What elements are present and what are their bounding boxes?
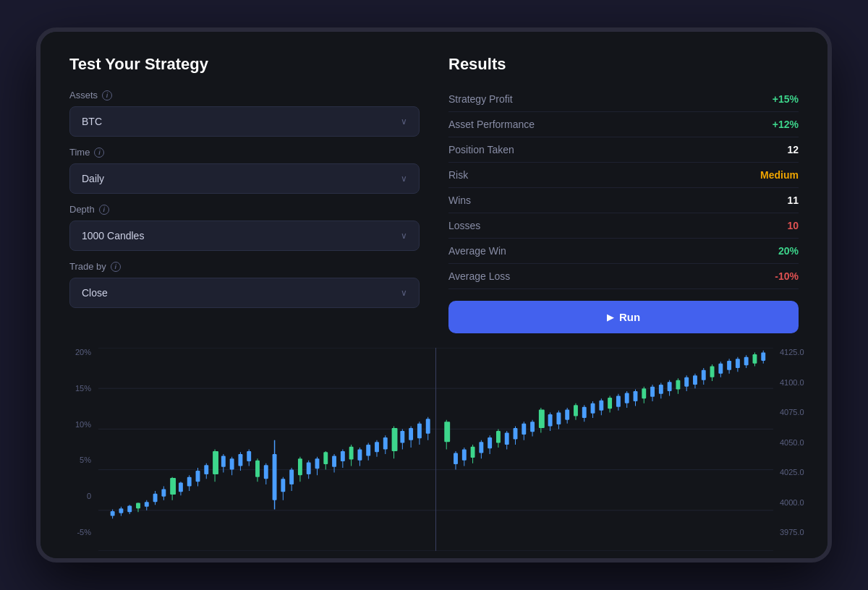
svg-rect-114 <box>574 405 578 416</box>
svg-rect-12 <box>127 505 132 512</box>
svg-rect-118 <box>591 403 595 414</box>
assets-info-icon[interactable]: i <box>102 90 112 101</box>
avg-win-label: Average Win <box>448 245 506 257</box>
svg-rect-122 <box>608 398 612 409</box>
depth-chevron-icon: ∨ <box>401 231 407 241</box>
svg-rect-18 <box>153 494 158 502</box>
device-frame: Test Your Strategy Assets i BTC ∨ Time <box>36 27 832 563</box>
result-row-losses: Losses 10 <box>448 213 799 239</box>
time-label: Time i <box>69 147 420 158</box>
avg-loss-value: -10% <box>775 270 799 282</box>
svg-rect-126 <box>625 393 629 403</box>
tradeby-select[interactable]: Close ∨ <box>69 278 420 308</box>
results-table: Strategy Profit +15% Asset Performance +… <box>448 87 799 289</box>
y-right-label-3: 4050.0 <box>777 438 813 447</box>
svg-rect-56 <box>315 458 320 469</box>
y-right-label-2: 4075.0 <box>777 408 813 416</box>
svg-rect-158 <box>761 352 765 360</box>
svg-rect-110 <box>556 412 561 424</box>
svg-rect-14 <box>136 503 140 509</box>
chart-section: 20% 15% 10% 5% 0 -5% 4125.0 4100.0 4075.… <box>41 348 827 558</box>
strategy-profit-label: Strategy Profit <box>448 93 513 105</box>
assets-select[interactable]: BTC ∨ <box>69 106 420 137</box>
y-right-label-0: 4125.0 <box>777 348 813 356</box>
svg-rect-48 <box>281 479 285 492</box>
y-left-label-2: 10% <box>69 420 95 429</box>
svg-rect-26 <box>187 477 192 487</box>
svg-rect-54 <box>307 462 311 474</box>
svg-rect-92 <box>479 442 483 453</box>
svg-rect-74 <box>392 428 398 451</box>
losses-value: 10 <box>787 220 799 231</box>
wins-value: 11 <box>787 194 799 206</box>
svg-rect-32 <box>213 451 218 474</box>
asset-performance-label: Asset Performance <box>448 119 535 130</box>
app-container: Test Your Strategy Assets i BTC ∨ Time <box>41 32 827 558</box>
svg-rect-86 <box>454 453 458 464</box>
svg-rect-154 <box>744 357 749 365</box>
svg-rect-130 <box>642 388 646 398</box>
svg-rect-148 <box>718 364 723 374</box>
result-row-strategy-profit: Strategy Profit +15% <box>448 87 799 112</box>
svg-rect-46 <box>273 454 277 500</box>
svg-rect-76 <box>400 431 404 443</box>
svg-rect-104 <box>530 422 535 432</box>
y-right-label-6: 3975.0 <box>777 528 813 536</box>
svg-rect-150 <box>727 361 731 370</box>
results-title: Results <box>448 55 799 74</box>
svg-rect-38 <box>238 454 242 466</box>
svg-rect-52 <box>298 458 302 475</box>
right-panel: Results Strategy Profit +15% Asset Perfo… <box>448 55 799 333</box>
svg-rect-120 <box>599 401 603 411</box>
time-info-icon[interactable]: i <box>94 148 104 158</box>
result-row-wins: Wins 11 <box>448 188 799 213</box>
svg-rect-24 <box>179 482 183 492</box>
tradeby-group: Trade by i Close ∨ <box>69 261 420 308</box>
svg-rect-156 <box>753 354 757 364</box>
risk-value: Medium <box>760 169 799 181</box>
svg-rect-62 <box>341 451 345 461</box>
depth-group: Depth i 1000 Candles ∨ <box>69 204 420 251</box>
svg-rect-88 <box>462 450 467 461</box>
play-icon: ▶ <box>607 312 613 322</box>
y-left-label-3: 5% <box>69 456 95 464</box>
svg-rect-90 <box>471 447 475 458</box>
svg-rect-152 <box>736 359 740 368</box>
svg-rect-96 <box>496 431 501 443</box>
svg-rect-82 <box>426 419 430 433</box>
svg-rect-58 <box>323 452 328 464</box>
tradeby-chevron-icon: ∨ <box>401 288 407 298</box>
result-row-asset-performance: Asset Performance +12% <box>448 112 799 137</box>
y-left-label-5: -5% <box>69 528 95 536</box>
position-taken-value: 12 <box>787 144 799 155</box>
svg-rect-80 <box>417 424 422 438</box>
svg-rect-108 <box>548 414 553 427</box>
avg-loss-label: Average Loss <box>448 270 510 282</box>
svg-rect-140 <box>684 377 689 387</box>
svg-rect-28 <box>196 471 200 482</box>
wins-label: Wins <box>448 194 471 206</box>
depth-select[interactable]: 1000 Candles ∨ <box>69 221 420 251</box>
svg-rect-98 <box>505 433 509 445</box>
svg-rect-102 <box>522 424 526 435</box>
y-right-label-5: 4000.0 <box>777 498 813 507</box>
svg-rect-84 <box>444 422 450 442</box>
time-select[interactable]: Daily ∨ <box>69 163 420 194</box>
depth-info-icon[interactable]: i <box>99 205 109 215</box>
tradeby-info-icon[interactable]: i <box>111 262 121 272</box>
assets-group: Assets i BTC ∨ <box>69 90 420 137</box>
assets-chevron-icon: ∨ <box>401 116 407 127</box>
run-button[interactable]: ▶ Run <box>448 301 799 333</box>
svg-rect-20 <box>161 489 166 496</box>
y-left-label-1: 15% <box>69 384 95 393</box>
svg-rect-60 <box>332 456 336 466</box>
svg-rect-72 <box>383 437 388 450</box>
svg-rect-124 <box>616 396 621 406</box>
svg-rect-64 <box>349 447 354 460</box>
svg-rect-42 <box>255 461 260 477</box>
y-right-label-1: 4100.0 <box>777 378 813 387</box>
svg-rect-16 <box>145 502 149 506</box>
svg-rect-66 <box>357 450 362 461</box>
svg-rect-94 <box>488 437 492 448</box>
left-panel: Test Your Strategy Assets i BTC ∨ Time <box>69 55 420 333</box>
